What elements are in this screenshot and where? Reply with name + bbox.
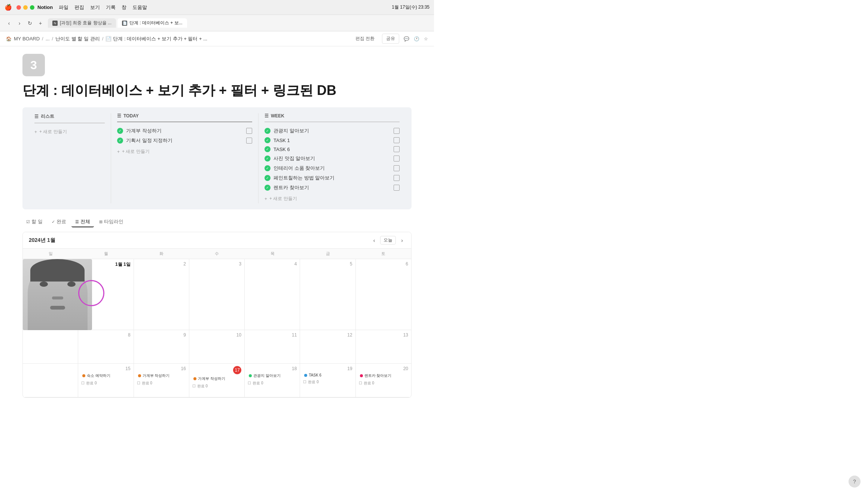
cal-day-headers: 일 월 화 수 목 금 토 <box>23 249 411 259</box>
cal-event-dot-15-1 <box>82 374 85 377</box>
breadcrumb-current-parent[interactable]: 난이도 별 할 일 관리 <box>55 36 100 42</box>
cal-cell-16[interactable]: 16 가계부 작성하기 ☐ 완료 0 <box>134 364 189 397</box>
cal-event-16-1[interactable]: 가계부 작성하기 <box>137 373 186 379</box>
week-checkbox-5[interactable] <box>394 165 400 171</box>
menu-view[interactable]: 보기 <box>90 4 100 11</box>
week-add-icon: + <box>265 196 267 202</box>
menu-bar: Notion 파일 편집 보기 기록 창 도움말 <box>37 4 147 11</box>
week-checkbox-1[interactable] <box>394 128 400 134</box>
tab-timeline[interactable]: ⊞ 타임라인 <box>95 217 127 227</box>
completion-check-16: ☐ <box>137 381 140 385</box>
cal-event-19-1[interactable]: TASK 6 <box>303 373 352 378</box>
week-checkbox-3[interactable] <box>394 146 400 152</box>
day-header-thu: 목 <box>245 249 300 259</box>
cal-today-button[interactable]: 오늘 <box>380 236 396 245</box>
forward-button[interactable]: › <box>15 19 24 28</box>
week-checkbox-4[interactable] <box>394 156 400 162</box>
browser-tab-2[interactable]: 📄 단계 : 데이터베이스 + 보... <box>117 18 187 28</box>
cal-date-12: 12 <box>303 332 352 338</box>
step-icon: 3 <box>22 54 45 76</box>
completion-check-19: ☐ <box>303 380 306 384</box>
menu-edit[interactable]: 편집 <box>74 4 84 11</box>
share-button[interactable]: 공유 <box>382 34 399 44</box>
tab-all[interactable]: ☰ 전체 <box>71 217 94 227</box>
cal-date-16: 16 <box>137 366 186 371</box>
cal-cell-6[interactable]: 6 <box>356 259 411 330</box>
browser-tab-1[interactable]: N [과정] 최중 효율 향상을 ... <box>48 18 116 28</box>
breadcrumb-icon: 📄 <box>106 36 111 42</box>
breadcrumb-sep-1: / <box>42 36 43 41</box>
task-checkbox-2[interactable] <box>246 138 252 144</box>
week-task-6: ✓ 페인트칠하는 방법 알아보기 <box>265 173 400 183</box>
edit-mode-button[interactable]: 편집 전환 <box>352 34 378 43</box>
list-icon: ☰ <box>34 114 39 119</box>
menu-window[interactable]: 창 <box>122 4 126 11</box>
close-button[interactable] <box>16 5 21 10</box>
cal-cell-13[interactable]: 13 <box>356 330 411 364</box>
task-checkbox-1[interactable] <box>246 128 252 134</box>
cal-cell-3[interactable]: 3 <box>189 259 245 330</box>
history-icon[interactable]: 🕐 <box>414 36 419 41</box>
week-checkbox-6[interactable] <box>394 175 400 181</box>
menu-file[interactable]: 파일 <box>59 4 68 11</box>
cal-cell-11[interactable]: 11 <box>245 330 300 364</box>
cal-cell-5[interactable]: 5 <box>300 259 355 330</box>
week-checkbox-2[interactable] <box>394 137 400 143</box>
week-checkbox-7[interactable] <box>394 185 400 191</box>
breadcrumb-ellipsis[interactable]: ... <box>46 36 50 41</box>
cal-event-20-1[interactable]: 렌트카 찾아보기 <box>359 373 408 379</box>
week-add-new[interactable]: + + 새로 만들기 <box>265 194 400 203</box>
cal-event-15-1[interactable]: 숙소 예약하기 <box>81 373 130 379</box>
menu-history[interactable]: 기록 <box>106 4 116 11</box>
view-tabs: ☑ 할 일 ✓ 완료 ☰ 전체 ⊞ 타임라인 <box>22 217 412 227</box>
cal-event-label-15-1: 숙소 예약하기 <box>87 373 110 378</box>
cal-cell-18[interactable]: 18 관광지 알아보기 ☐ 완료 0 <box>245 364 300 397</box>
bookmark-icon[interactable]: ☆ <box>424 36 428 41</box>
cal-cell-10[interactable]: 10 <box>189 330 245 364</box>
cal-cell-20[interactable]: 20 렌트카 찾아보기 ☐ 완료 0 <box>356 364 411 397</box>
tab-timeline-icon: ⊞ <box>99 219 103 224</box>
week-check-4: ✓ <box>265 156 271 162</box>
breadcrumb-myboard[interactable]: MY BOARD <box>14 36 40 41</box>
cal-event-18-1[interactable]: 관광지 알아보기 <box>248 373 297 379</box>
cal-next-button[interactable]: › <box>399 237 405 244</box>
today-add-new[interactable]: + + 새로 만들기 <box>117 147 252 156</box>
today-task-2: ✓ 기획서 일정 지정하기 <box>117 136 252 145</box>
cal-cell-8[interactable]: 8 <box>78 330 134 364</box>
cal-prev-button[interactable]: ‹ <box>371 237 378 244</box>
week-task-2: ✓ TASK 1 <box>265 136 400 145</box>
back-button[interactable]: ‹ <box>4 19 13 28</box>
maximize-button[interactable] <box>30 5 34 10</box>
menu-help[interactable]: 도움말 <box>132 4 147 11</box>
completion-18-1: ☐ 완료 0 <box>248 381 263 386</box>
cal-cell-12[interactable]: 12 <box>300 330 355 364</box>
calendar-header: 2024년 1월 ‹ 오늘 › <box>23 232 411 249</box>
tab-done[interactable]: ✓ 완료 <box>48 217 70 227</box>
page-title: 단계 : 데이터베이스 + 보기 추가 + 필터 + 링크된 DB <box>22 82 412 98</box>
comment-icon[interactable]: 💬 <box>404 36 409 41</box>
week-task-label-1: 관광지 알아보기 <box>273 127 391 134</box>
breadcrumb-sep-2: / <box>52 36 54 41</box>
new-tab-button[interactable]: + <box>36 19 45 28</box>
main-content: 3 단계 : 데이터베이스 + 보기 추가 + 필터 + 링크된 DB ☰ 리스… <box>0 46 434 405</box>
cal-cell-w2-1[interactable] <box>23 330 78 364</box>
cal-cell-4[interactable]: 4 <box>245 259 300 330</box>
completion-text-18: 완료 0 <box>253 381 263 386</box>
cal-cell-2[interactable]: 2 <box>134 259 189 330</box>
cal-date-15: 15 <box>81 366 130 371</box>
cal-cell-9[interactable]: 9 <box>134 330 189 364</box>
cal-event-17-1[interactable]: 가계부 작성하기 <box>192 376 241 382</box>
cal-cell-19[interactable]: 19 TASK 6 ☐ 완료 0 <box>300 364 355 397</box>
week-task-label-5: 인테리어 소품 찾아보기 <box>273 165 391 172</box>
tab-todo[interactable]: ☑ 할 일 <box>22 217 46 227</box>
cal-cell-15[interactable]: 15 숙소 예약하기 ☐ 완료 0 <box>78 364 134 397</box>
breadcrumb-bar: 🏠 MY BOARD / ... / 난이도 별 할 일 관리 / 📄 단계 :… <box>0 31 434 46</box>
title-bar-right: 1월 17일(수) 23:35 <box>392 4 430 10</box>
cal-date-6: 6 <box>359 261 408 267</box>
cal-cell-w3-1[interactable] <box>23 364 78 397</box>
cal-cell-17[interactable]: 17 가계부 작성하기 ☐ 완료 0 <box>189 364 245 397</box>
reload-button[interactable]: ↻ <box>25 19 34 28</box>
minimize-button[interactable] <box>23 5 28 10</box>
list-add-new[interactable]: + + 새로 만들기 <box>34 127 105 136</box>
week-panel-header: ☰ WEEK <box>265 113 400 122</box>
